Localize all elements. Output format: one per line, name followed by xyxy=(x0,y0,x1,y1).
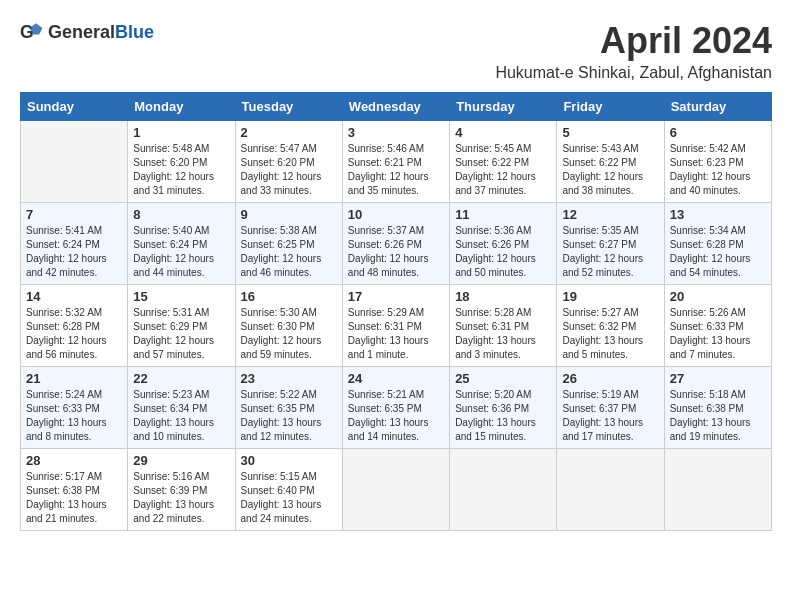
day-number: 15 xyxy=(133,289,229,304)
day-number: 13 xyxy=(670,207,766,222)
day-number: 7 xyxy=(26,207,122,222)
day-info: Sunrise: 5:36 AM Sunset: 6:26 PM Dayligh… xyxy=(455,224,551,280)
day-info: Sunrise: 5:35 AM Sunset: 6:27 PM Dayligh… xyxy=(562,224,658,280)
day-number: 25 xyxy=(455,371,551,386)
day-number: 11 xyxy=(455,207,551,222)
weekday-header: Wednesday xyxy=(342,93,449,121)
calendar-subtitle: Hukumat-e Shinkai, Zabul, Afghanistan xyxy=(495,64,772,82)
day-number: 21 xyxy=(26,371,122,386)
day-number: 24 xyxy=(348,371,444,386)
day-info: Sunrise: 5:24 AM Sunset: 6:33 PM Dayligh… xyxy=(26,388,122,444)
day-number: 26 xyxy=(562,371,658,386)
day-info: Sunrise: 5:38 AM Sunset: 6:25 PM Dayligh… xyxy=(241,224,337,280)
weekday-header: Tuesday xyxy=(235,93,342,121)
day-info: Sunrise: 5:30 AM Sunset: 6:30 PM Dayligh… xyxy=(241,306,337,362)
day-info: Sunrise: 5:21 AM Sunset: 6:35 PM Dayligh… xyxy=(348,388,444,444)
weekday-header: Friday xyxy=(557,93,664,121)
calendar-week-row: 21Sunrise: 5:24 AM Sunset: 6:33 PM Dayli… xyxy=(21,367,772,449)
day-number: 20 xyxy=(670,289,766,304)
calendar-header-row: SundayMondayTuesdayWednesdayThursdayFrid… xyxy=(21,93,772,121)
day-info: Sunrise: 5:20 AM Sunset: 6:36 PM Dayligh… xyxy=(455,388,551,444)
day-number: 2 xyxy=(241,125,337,140)
calendar-cell: 12Sunrise: 5:35 AM Sunset: 6:27 PM Dayli… xyxy=(557,203,664,285)
day-number: 19 xyxy=(562,289,658,304)
calendar-cell: 29Sunrise: 5:16 AM Sunset: 6:39 PM Dayli… xyxy=(128,449,235,531)
day-number: 29 xyxy=(133,453,229,468)
day-info: Sunrise: 5:37 AM Sunset: 6:26 PM Dayligh… xyxy=(348,224,444,280)
day-number: 5 xyxy=(562,125,658,140)
calendar-cell: 20Sunrise: 5:26 AM Sunset: 6:33 PM Dayli… xyxy=(664,285,771,367)
day-number: 17 xyxy=(348,289,444,304)
weekday-header: Thursday xyxy=(450,93,557,121)
day-number: 3 xyxy=(348,125,444,140)
day-info: Sunrise: 5:46 AM Sunset: 6:21 PM Dayligh… xyxy=(348,142,444,198)
calendar-cell: 30Sunrise: 5:15 AM Sunset: 6:40 PM Dayli… xyxy=(235,449,342,531)
day-number: 8 xyxy=(133,207,229,222)
logo-text-general: General xyxy=(48,22,115,42)
day-info: Sunrise: 5:28 AM Sunset: 6:31 PM Dayligh… xyxy=(455,306,551,362)
day-info: Sunrise: 5:26 AM Sunset: 6:33 PM Dayligh… xyxy=(670,306,766,362)
calendar-cell: 7Sunrise: 5:41 AM Sunset: 6:24 PM Daylig… xyxy=(21,203,128,285)
calendar-cell: 2Sunrise: 5:47 AM Sunset: 6:20 PM Daylig… xyxy=(235,121,342,203)
calendar-cell xyxy=(450,449,557,531)
calendar-cell: 1Sunrise: 5:48 AM Sunset: 6:20 PM Daylig… xyxy=(128,121,235,203)
day-info: Sunrise: 5:16 AM Sunset: 6:39 PM Dayligh… xyxy=(133,470,229,526)
day-number: 30 xyxy=(241,453,337,468)
day-info: Sunrise: 5:18 AM Sunset: 6:38 PM Dayligh… xyxy=(670,388,766,444)
calendar-week-row: 7Sunrise: 5:41 AM Sunset: 6:24 PM Daylig… xyxy=(21,203,772,285)
day-info: Sunrise: 5:29 AM Sunset: 6:31 PM Dayligh… xyxy=(348,306,444,362)
logo: G GeneralBlue xyxy=(20,20,154,44)
day-number: 4 xyxy=(455,125,551,140)
calendar-cell: 3Sunrise: 5:46 AM Sunset: 6:21 PM Daylig… xyxy=(342,121,449,203)
calendar-cell xyxy=(342,449,449,531)
day-info: Sunrise: 5:40 AM Sunset: 6:24 PM Dayligh… xyxy=(133,224,229,280)
calendar-cell: 14Sunrise: 5:32 AM Sunset: 6:28 PM Dayli… xyxy=(21,285,128,367)
calendar-cell: 13Sunrise: 5:34 AM Sunset: 6:28 PM Dayli… xyxy=(664,203,771,285)
day-info: Sunrise: 5:15 AM Sunset: 6:40 PM Dayligh… xyxy=(241,470,337,526)
day-info: Sunrise: 5:47 AM Sunset: 6:20 PM Dayligh… xyxy=(241,142,337,198)
weekday-header: Saturday xyxy=(664,93,771,121)
day-info: Sunrise: 5:34 AM Sunset: 6:28 PM Dayligh… xyxy=(670,224,766,280)
calendar-week-row: 1Sunrise: 5:48 AM Sunset: 6:20 PM Daylig… xyxy=(21,121,772,203)
calendar-cell: 4Sunrise: 5:45 AM Sunset: 6:22 PM Daylig… xyxy=(450,121,557,203)
day-number: 27 xyxy=(670,371,766,386)
calendar-cell: 9Sunrise: 5:38 AM Sunset: 6:25 PM Daylig… xyxy=(235,203,342,285)
calendar-title: April 2024 xyxy=(495,20,772,62)
day-number: 6 xyxy=(670,125,766,140)
calendar-cell xyxy=(664,449,771,531)
day-info: Sunrise: 5:19 AM Sunset: 6:37 PM Dayligh… xyxy=(562,388,658,444)
calendar-cell: 23Sunrise: 5:22 AM Sunset: 6:35 PM Dayli… xyxy=(235,367,342,449)
day-number: 22 xyxy=(133,371,229,386)
day-number: 14 xyxy=(26,289,122,304)
day-info: Sunrise: 5:31 AM Sunset: 6:29 PM Dayligh… xyxy=(133,306,229,362)
day-info: Sunrise: 5:45 AM Sunset: 6:22 PM Dayligh… xyxy=(455,142,551,198)
calendar-cell: 28Sunrise: 5:17 AM Sunset: 6:38 PM Dayli… xyxy=(21,449,128,531)
calendar-cell xyxy=(21,121,128,203)
day-info: Sunrise: 5:17 AM Sunset: 6:38 PM Dayligh… xyxy=(26,470,122,526)
day-number: 10 xyxy=(348,207,444,222)
day-number: 9 xyxy=(241,207,337,222)
day-number: 23 xyxy=(241,371,337,386)
calendar-cell: 15Sunrise: 5:31 AM Sunset: 6:29 PM Dayli… xyxy=(128,285,235,367)
calendar-cell: 5Sunrise: 5:43 AM Sunset: 6:22 PM Daylig… xyxy=(557,121,664,203)
day-info: Sunrise: 5:41 AM Sunset: 6:24 PM Dayligh… xyxy=(26,224,122,280)
calendar-cell: 21Sunrise: 5:24 AM Sunset: 6:33 PM Dayli… xyxy=(21,367,128,449)
day-number: 1 xyxy=(133,125,229,140)
calendar-week-row: 28Sunrise: 5:17 AM Sunset: 6:38 PM Dayli… xyxy=(21,449,772,531)
calendar-cell: 25Sunrise: 5:20 AM Sunset: 6:36 PM Dayli… xyxy=(450,367,557,449)
day-info: Sunrise: 5:32 AM Sunset: 6:28 PM Dayligh… xyxy=(26,306,122,362)
day-number: 18 xyxy=(455,289,551,304)
day-info: Sunrise: 5:48 AM Sunset: 6:20 PM Dayligh… xyxy=(133,142,229,198)
header: G GeneralBlue April 2024 Hukumat-e Shink… xyxy=(20,20,772,82)
calendar-body: 1Sunrise: 5:48 AM Sunset: 6:20 PM Daylig… xyxy=(21,121,772,531)
calendar-cell: 17Sunrise: 5:29 AM Sunset: 6:31 PM Dayli… xyxy=(342,285,449,367)
calendar-cell: 19Sunrise: 5:27 AM Sunset: 6:32 PM Dayli… xyxy=(557,285,664,367)
calendar-cell: 8Sunrise: 5:40 AM Sunset: 6:24 PM Daylig… xyxy=(128,203,235,285)
day-info: Sunrise: 5:23 AM Sunset: 6:34 PM Dayligh… xyxy=(133,388,229,444)
calendar-table: SundayMondayTuesdayWednesdayThursdayFrid… xyxy=(20,92,772,531)
calendar-cell: 10Sunrise: 5:37 AM Sunset: 6:26 PM Dayli… xyxy=(342,203,449,285)
calendar-cell: 24Sunrise: 5:21 AM Sunset: 6:35 PM Dayli… xyxy=(342,367,449,449)
calendar-cell: 26Sunrise: 5:19 AM Sunset: 6:37 PM Dayli… xyxy=(557,367,664,449)
day-number: 28 xyxy=(26,453,122,468)
calendar-week-row: 14Sunrise: 5:32 AM Sunset: 6:28 PM Dayli… xyxy=(21,285,772,367)
